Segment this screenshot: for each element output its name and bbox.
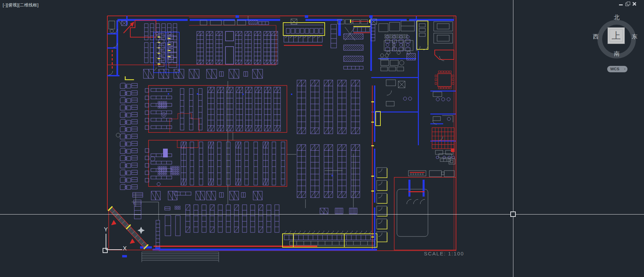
cart-room <box>394 159 456 250</box>
rack-zone-3 <box>145 140 360 198</box>
ucs-x-label: X <box>123 245 127 252</box>
wcs-dropdown[interactable]: WCS▾ <box>607 66 627 72</box>
crosshair-horizontal <box>0 214 644 215</box>
viewport-view-control[interactable]: [俯视] <box>7 3 19 7</box>
viewport-controls: [-][俯视][二维线框] <box>3 2 39 8</box>
minimize-button[interactable] <box>618 1 624 7</box>
left-fixture-strip <box>116 83 143 207</box>
rack-zone-2 <box>145 80 360 134</box>
restore-button[interactable] <box>625 1 630 7</box>
escalator-corner <box>103 202 219 262</box>
viewcube-east[interactable]: 东 <box>629 33 640 41</box>
crosshair-vertical <box>513 0 513 277</box>
drawing-canvas[interactable] <box>0 0 644 277</box>
scale-label: SCALE: 1:100 <box>424 251 464 256</box>
bottom-racks <box>155 205 377 250</box>
autocad-viewport: [-][俯视][二维线框] 北 南 西 东 上 WCS▾ SCALE: 1:10… <box>0 0 644 277</box>
floor-plan <box>103 15 456 262</box>
back-of-house <box>371 21 455 242</box>
viewport-visual-style-control[interactable]: [二维线框] <box>19 3 39 7</box>
minimize-icon <box>619 4 623 5</box>
checkout-top <box>283 19 410 69</box>
viewport-minimize-control[interactable]: [-] <box>3 3 7 7</box>
viewcube-south[interactable]: 南 <box>612 50 622 58</box>
ucs-y-label: Y <box>104 226 108 233</box>
close-button[interactable] <box>632 1 637 7</box>
viewcube-west[interactable]: 西 <box>591 33 601 41</box>
viewcube-north[interactable]: 北 <box>612 14 622 21</box>
crosshair-pickbox <box>510 211 516 217</box>
viewcube-top-face[interactable]: 上 <box>608 27 625 44</box>
chevron-down-icon: ▾ <box>624 66 625 72</box>
